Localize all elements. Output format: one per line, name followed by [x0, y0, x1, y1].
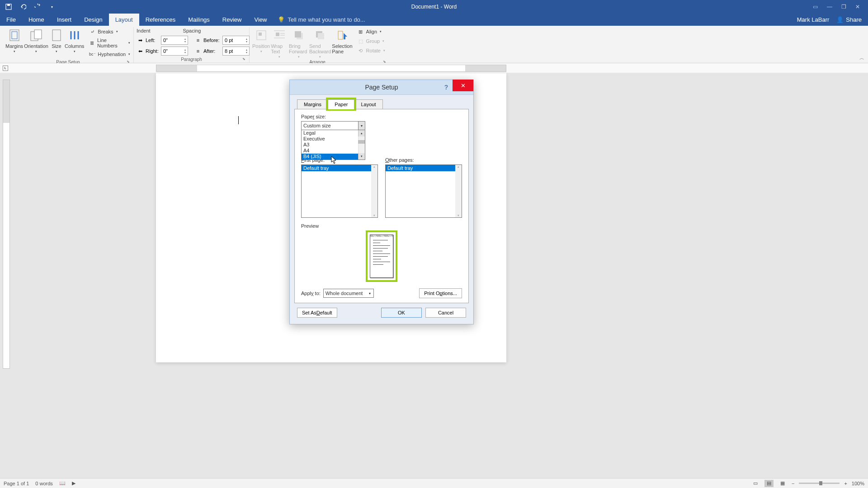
tab-home[interactable]: Home — [22, 14, 51, 26]
first-page-default-tray[interactable]: Default tray — [302, 165, 372, 171]
option-a4[interactable]: A4 — [302, 148, 365, 154]
scroll-up-icon[interactable]: ▴ — [358, 130, 365, 136]
indent-right-label: Right: — [146, 48, 159, 54]
scrollbar-thumb[interactable] — [358, 140, 365, 144]
scroll-down-icon[interactable]: ▾ — [358, 153, 365, 160]
tab-file[interactable]: File — [0, 14, 22, 26]
zoom-slider[interactable] — [799, 483, 840, 484]
size-button[interactable]: Size▾ — [49, 27, 64, 53]
horizontal-ruler-area: L — [0, 63, 868, 73]
line-numbers-button[interactable]: ≣Line Numbers▾ — [87, 37, 132, 49]
option-b4-jis[interactable]: B4 (JIS) — [302, 154, 365, 160]
selection-pane-button[interactable]: Selection Pane — [332, 27, 352, 54]
option-executive[interactable]: Executive — [302, 136, 365, 142]
user-name[interactable]: Mark LaBarr — [797, 16, 830, 23]
dropdown-scrollbar[interactable] — [358, 136, 365, 153]
svg-rect-11 — [259, 33, 262, 36]
vertical-ruler[interactable] — [3, 80, 10, 369]
share-label: Share — [846, 16, 862, 23]
orientation-button[interactable]: Orientation▾ — [24, 27, 48, 53]
tell-me-search[interactable]: 💡 Tell me what you want to do... — [273, 14, 365, 26]
spacing-after-icon: ≡ — [194, 47, 202, 55]
page-count[interactable]: Page 1 of 1 — [4, 481, 29, 486]
option-a3[interactable]: A3 — [302, 142, 365, 148]
share-icon: 👤 — [836, 16, 844, 23]
tab-layout[interactable]: Layout — [109, 14, 139, 26]
word-count[interactable]: 0 words — [35, 481, 53, 486]
indent-left-input[interactable]: 0"▴▾ — [161, 36, 188, 45]
after-label: After: — [203, 48, 221, 54]
minimize-icon[interactable]: ― — [827, 4, 832, 10]
scroll-down-icon[interactable]: ▾ — [455, 214, 462, 217]
apply-to-dropdown[interactable]: Whole document ▾ — [323, 289, 374, 298]
maximize-icon[interactable]: ❐ — [841, 4, 846, 10]
dialog-body: Paper size: Custom size ▾ Legal Executiv… — [294, 109, 469, 303]
breaks-button[interactable]: ⤶Breaks▾ — [87, 27, 132, 36]
ribbon-tabs: File Home Insert Design Layout Reference… — [0, 14, 868, 26]
scroll-up-icon[interactable]: ▴ — [371, 165, 377, 169]
indent-title: Indent — [137, 28, 151, 33]
tab-references[interactable]: References — [139, 14, 182, 26]
other-pages-list[interactable]: Default tray ▴▾ — [385, 164, 462, 218]
spell-check-icon[interactable]: 📖 — [59, 480, 66, 486]
line-numbers-icon: ≣ — [89, 39, 95, 47]
macro-icon[interactable]: ▶ — [72, 480, 75, 486]
other-pages-default-tray[interactable]: Default tray — [386, 165, 456, 171]
spacing-title: Spacing — [183, 28, 201, 33]
tab-mailings[interactable]: Mailings — [182, 14, 216, 26]
redo-icon[interactable] — [34, 4, 41, 10]
zoom-in-icon[interactable]: + — [844, 481, 847, 486]
first-page-list[interactable]: Default tray ▴▾ — [301, 164, 378, 218]
tab-selector[interactable]: L — [3, 66, 8, 71]
ribbon-display-icon[interactable]: ▭ — [813, 4, 818, 10]
scroll-up-icon[interactable]: ▴ — [455, 165, 462, 169]
dialog-tab-margins[interactable]: Margins — [297, 99, 328, 109]
collapse-ribbon-icon[interactable]: ︿ — [859, 55, 864, 61]
indent-right-icon: ⬅ — [137, 47, 144, 55]
paper-size-listbox[interactable]: Legal Executive A3 A4 B4 (JIS) ▴ ▾ — [301, 130, 365, 160]
svg-rect-12 — [276, 33, 279, 36]
cancel-button[interactable]: Cancel — [425, 308, 466, 318]
spacing-after-input[interactable]: 8 pt▴▾ — [222, 47, 250, 56]
option-legal[interactable]: Legal — [302, 130, 365, 136]
svg-rect-1 — [7, 4, 10, 6]
lightbulb-icon: 💡 — [278, 16, 285, 23]
indent-left-icon: ➡ — [137, 37, 144, 44]
dialog-titlebar[interactable]: Page Setup ? ✕ — [290, 80, 473, 95]
save-icon[interactable] — [5, 4, 12, 10]
tab-design[interactable]: Design — [78, 14, 108, 26]
print-layout-icon[interactable]: ▤ — [764, 480, 774, 487]
print-options-button[interactable]: Print Options... — [419, 288, 462, 298]
document-title: Document1 - Word — [55, 4, 813, 10]
read-mode-icon[interactable]: ▭ — [751, 480, 760, 487]
scroll-down-icon[interactable]: ▾ — [371, 214, 377, 217]
close-window-icon[interactable]: ✕ — [855, 4, 860, 10]
set-as-default-button[interactable]: Set As Default — [297, 308, 337, 318]
dialog-tab-paper[interactable]: Paper — [328, 99, 354, 109]
tab-view[interactable]: View — [248, 14, 273, 26]
zoom-level[interactable]: 100% — [852, 481, 864, 486]
dialog-close-button[interactable]: ✕ — [453, 80, 473, 91]
tab-insert[interactable]: Insert — [51, 14, 78, 26]
horizontal-ruler[interactable] — [156, 65, 506, 72]
qat-dropdown-icon[interactable]: ▾ — [49, 4, 55, 10]
ok-button[interactable]: OK — [381, 308, 422, 318]
zoom-out-icon[interactable]: − — [792, 481, 794, 486]
dialog-tab-layout[interactable]: Layout — [354, 99, 382, 109]
columns-button[interactable]: Columns▾ — [65, 27, 84, 53]
text-cursor — [238, 116, 239, 124]
tell-me-placeholder: Tell me what you want to do... — [288, 16, 365, 23]
hyphenation-button[interactable]: bc⁻Hyphenation▾ — [87, 50, 132, 59]
paragraph-group-label[interactable]: Paragraph — [137, 56, 246, 63]
undo-icon[interactable] — [20, 4, 26, 10]
margins-button[interactable]: Margins▾ — [5, 27, 23, 53]
paper-size-dropdown[interactable]: Custom size ▾ — [301, 121, 365, 130]
spacing-before-input[interactable]: 0 pt▴▾ — [222, 36, 250, 45]
dialog-help-icon[interactable]: ? — [441, 82, 452, 93]
group-icon: ⬚ — [357, 38, 364, 45]
share-button[interactable]: 👤 Share — [836, 16, 862, 23]
web-layout-icon[interactable]: ▦ — [778, 480, 787, 487]
tab-review[interactable]: Review — [216, 14, 248, 26]
indent-right-input[interactable]: 0"▴▾ — [161, 47, 188, 56]
align-button[interactable]: ⊞Align▾ — [355, 27, 387, 36]
